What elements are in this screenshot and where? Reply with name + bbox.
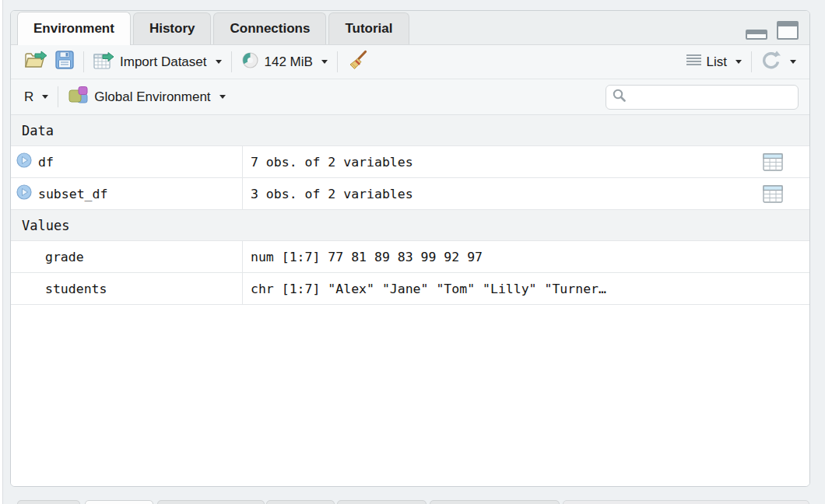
open-workspace-button[interactable] [20,47,51,76]
tab-history-label: History [149,21,195,37]
object-row-subset-df[interactable]: subset_df 3 obs. of 2 variables [11,178,809,210]
toolbar-separator [58,86,58,107]
memory-caret-icon [321,60,328,64]
section-header-values: Values [11,210,809,241]
object-row-df[interactable]: df 7 obs. of 2 variables [11,146,809,178]
memory-usage-label: 142 MiB [265,54,313,70]
bottom-pane-tab[interactable] [266,500,335,504]
view-mode-button[interactable]: List [683,51,746,73]
object-value: 7 obs. of 2 variables [243,146,809,177]
environment-context-bar: R Global Environment [11,79,809,115]
environment-caret-icon [219,95,226,99]
save-icon [55,51,74,73]
expand-object-icon[interactable] [16,152,32,171]
memory-pie-icon [241,51,259,73]
import-dataset-caret-icon [216,60,222,64]
tab-tutorial-label: Tutorial [345,21,392,37]
tab-connections[interactable]: Connections [213,12,326,44]
section-title: Data [22,123,54,138]
bottom-pane-tab[interactable] [85,500,153,504]
refresh-icon [761,51,781,73]
pane-tab-bar: Environment History Connections Tutorial [11,11,809,45]
memory-usage-button[interactable]: 142 MiB [237,48,332,76]
view-mode-label: List [707,54,727,70]
import-dataset-icon [93,51,114,73]
search-icon [613,89,626,106]
maximize-pane-icon[interactable] [777,21,799,40]
object-row-grade[interactable]: grade num [1:7] 77 81 89 83 99 92 97 [11,241,809,273]
object-name: grade [45,250,84,264]
environment-toolbar: Import Dataset 142 MiB [11,45,809,79]
refresh-button[interactable] [757,47,800,76]
language-caret-icon [42,95,48,99]
broom-icon [347,50,368,74]
environment-selector[interactable]: Global Environment [64,82,229,112]
bottom-pane-tab[interactable] [17,500,80,504]
expand-object-icon[interactable] [16,184,32,203]
toolbar-separator [751,51,752,72]
bottom-pane-tabstrip-edge [563,500,809,504]
tab-history[interactable]: History [133,12,212,44]
bottom-pane-tab[interactable] [430,500,560,504]
object-value: chr [1:7] "Alex" "Jane" "Tom" "Lilly" "T… [243,273,809,304]
open-data-viewer-icon[interactable] [763,152,783,172]
object-name: subset_df [38,187,107,201]
open-folder-icon [24,51,47,73]
toolbar-separator [231,51,232,72]
clear-environment-button[interactable] [343,47,372,77]
environment-pane: Environment History Connections Tutorial [10,10,810,487]
environment-label: Global Environment [94,89,210,105]
object-name: students [45,282,107,296]
object-value: 3 obs. of 2 variables [243,178,809,209]
view-mode-caret-icon [735,60,742,64]
minimize-pane-icon[interactable] [746,30,767,40]
section-title: Values [22,218,69,233]
search-input[interactable] [630,90,792,104]
import-dataset-label: Import Dataset [120,54,207,70]
refresh-caret-icon [790,60,796,64]
bottom-pane-tab[interactable] [157,500,265,504]
tab-environment[interactable]: Environment [17,12,131,45]
tab-connections-label: Connections [230,21,310,37]
open-data-viewer-icon[interactable] [763,184,783,204]
toolbar-separator [83,51,84,72]
list-view-icon [686,54,701,70]
section-header-data: Data [11,115,809,146]
environment-search-box[interactable] [606,85,799,110]
toolbar-separator [337,51,338,72]
language-selector[interactable]: R [20,86,52,108]
tab-tutorial[interactable]: Tutorial [328,12,409,44]
import-dataset-button[interactable]: Import Dataset [90,48,226,76]
object-name: df [38,155,54,170]
adjacent-pane-edge [0,0,3,504]
environment-object-list: Data df 7 obs. of 2 variables [11,115,809,486]
bottom-pane-tab[interactable] [337,500,427,504]
language-label: R [24,89,33,105]
tab-environment-label: Environment [33,21,114,37]
save-workspace-button[interactable] [51,47,78,76]
global-environment-icon [68,86,89,109]
object-value: num [1:7] 77 81 89 83 99 92 97 [243,241,809,272]
object-row-students[interactable]: students chr [1:7] "Alex" "Jane" "Tom" "… [11,273,809,305]
